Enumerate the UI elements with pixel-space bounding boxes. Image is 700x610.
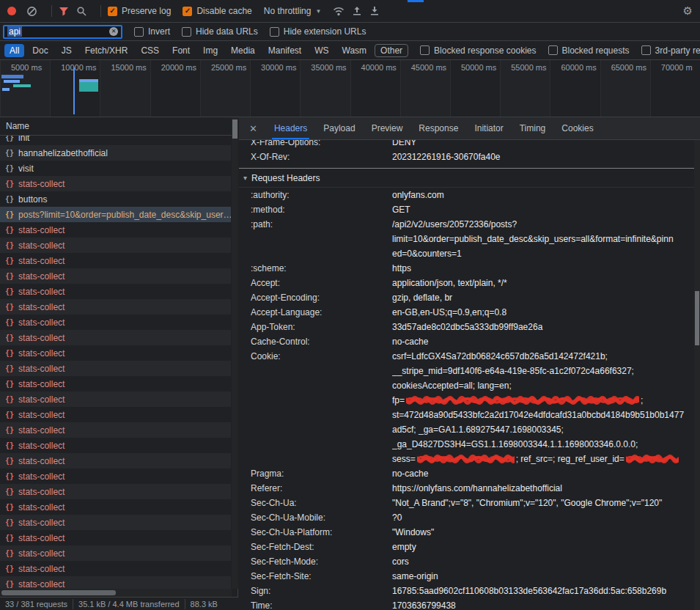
- checkbox-unchecked-icon: [420, 45, 430, 55]
- request-row[interactable]: {}posts?limit=10&order=publish_date_desc…: [0, 207, 231, 222]
- request-row[interactable]: {}stats-collect: [0, 561, 231, 576]
- name-column-header[interactable]: Name: [0, 117, 237, 136]
- tab-initiator[interactable]: Initiator: [466, 117, 511, 139]
- header-value: DENY: [392, 140, 694, 150]
- json-braces-icon: {}: [5, 272, 14, 280]
- json-braces-icon: {}: [5, 364, 14, 372]
- checkbox-blocked-response-cookies[interactable]: Blocked response cookies: [420, 45, 536, 56]
- filter-chip-font[interactable]: Font: [167, 44, 195, 57]
- filter-chip-wasm[interactable]: Wasm: [337, 44, 372, 57]
- request-row[interactable]: {}stats-collect: [0, 407, 231, 422]
- request-row[interactable]: {}stats-collect: [0, 361, 231, 376]
- request-list-vertical-scrollbar[interactable]: [232, 117, 238, 589]
- tab-timing[interactable]: Timing: [512, 117, 554, 139]
- request-row[interactable]: {}stats-collect: [0, 222, 231, 238]
- preserve-log-checkbox[interactable]: ✓ Preserve log: [108, 6, 171, 16]
- record-button[interactable]: [7, 7, 16, 15]
- request-details-tab-bar: ✕ HeadersPayloadPreviewResponseInitiator…: [239, 117, 700, 140]
- filter-chip-doc[interactable]: Doc: [27, 44, 53, 57]
- request-name: stats-collect: [18, 287, 65, 297]
- request-row[interactable]: {}stats-collect: [0, 176, 231, 191]
- close-details-icon[interactable]: ✕: [249, 123, 257, 134]
- request-row[interactable]: {}stats-collect: [0, 253, 231, 268]
- request-headers-section-header[interactable]: ▾ Request Headers: [239, 169, 694, 188]
- network-conditions-icon[interactable]: [333, 6, 345, 16]
- export-har-icon[interactable]: [352, 6, 362, 16]
- timeline-tick-label: 35000 ms: [311, 63, 346, 72]
- checkbox-3rd-party-requests[interactable]: 3rd-party requests: [641, 45, 700, 56]
- request-row[interactable]: {}stats-collect: [0, 530, 231, 545]
- header-row: Sec-Fetch-Mode:cors: [251, 554, 694, 569]
- tab-payload[interactable]: Payload: [315, 117, 363, 139]
- request-list-horizontal-scrollbar[interactable]: [0, 589, 232, 597]
- request-list-rows: {}init{}hannahelizabethofficial{}visit{}…: [0, 136, 231, 589]
- name-column-label: Name: [6, 121, 29, 131]
- filter-funnel-icon[interactable]: [59, 7, 69, 16]
- request-row[interactable]: {}stats-collect: [0, 422, 231, 438]
- filter-chip-all[interactable]: All: [4, 44, 24, 57]
- filter-chip-css[interactable]: CSS: [136, 44, 164, 57]
- request-row[interactable]: {}stats-collect: [0, 576, 231, 589]
- json-braces-icon: {}: [5, 334, 14, 342]
- request-row[interactable]: {}stats-collect: [0, 345, 231, 361]
- filter-chip-ws[interactable]: WS: [309, 44, 334, 57]
- search-icon[interactable]: [76, 6, 86, 16]
- filter-input[interactable]: api ✕: [3, 25, 122, 39]
- invert-checkbox[interactable]: Invert: [134, 26, 170, 37]
- scrollbar-thumb[interactable]: [695, 291, 699, 345]
- filter-chip-media[interactable]: Media: [226, 44, 260, 57]
- filter-chip-img[interactable]: Img: [198, 44, 223, 57]
- tab-preview[interactable]: Preview: [364, 117, 411, 139]
- request-row[interactable]: {}stats-collect: [0, 238, 231, 253]
- request-row[interactable]: {}stats-collect: [0, 484, 231, 499]
- request-row[interactable]: {}stats-collect: [0, 392, 231, 407]
- request-row[interactable]: {}stats-collect: [0, 438, 231, 453]
- clear-filter-icon[interactable]: ✕: [109, 27, 118, 36]
- hide-extension-urls-checkbox[interactable]: Hide extension URLs: [270, 26, 366, 37]
- scrollbar-thumb[interactable]: [232, 120, 237, 139]
- header-row: Accept-Language:en-GB,en-US;q=0.9,en;q=0…: [251, 305, 694, 320]
- request-name: stats-collect: [18, 533, 65, 543]
- request-row[interactable]: {}stats-collect: [0, 284, 231, 299]
- request-row[interactable]: {}buttons: [0, 191, 231, 207]
- disable-cache-checkbox[interactable]: ✓ Disable cache: [183, 6, 251, 16]
- details-vertical-scrollbar[interactable]: [694, 140, 700, 610]
- filter-chip-js[interactable]: JS: [56, 44, 77, 57]
- scrollbar-thumb[interactable]: [1, 590, 116, 595]
- json-braces-icon: {}: [5, 441, 14, 449]
- json-braces-icon: {}: [5, 503, 14, 511]
- request-row[interactable]: {}stats-collect: [0, 545, 231, 561]
- disclosure-triangle-icon: ▾: [243, 174, 247, 182]
- request-row[interactable]: {}init: [0, 136, 231, 145]
- throttling-dropdown[interactable]: No throttling ▼: [264, 6, 322, 16]
- request-type-filter-bar: AllDocJSFetch/XHRCSSFontImgMediaManifest…: [0, 41, 700, 60]
- request-row[interactable]: {}stats-collect: [0, 330, 231, 345]
- tab-response[interactable]: Response: [410, 117, 466, 139]
- tab-cookies[interactable]: Cookies: [553, 117, 601, 139]
- request-row[interactable]: {}hannahelizabethofficial: [0, 145, 231, 161]
- request-row[interactable]: {}stats-collect: [0, 268, 231, 284]
- request-row[interactable]: {}stats-collect: [0, 315, 231, 330]
- filter-chip-fetch-xhr[interactable]: Fetch/XHR: [80, 44, 133, 57]
- request-row[interactable]: {}visit: [0, 161, 231, 176]
- tab-headers[interactable]: Headers: [266, 117, 315, 139]
- request-row[interactable]: {}stats-collect: [0, 299, 231, 315]
- clear-network-log-icon[interactable]: [26, 6, 37, 17]
- redaction-scribble: [626, 453, 679, 465]
- header-name: Sec-Ch-Ua-Mobile:: [251, 510, 392, 525]
- settings-gear-icon[interactable]: ⚙: [683, 4, 693, 18]
- request-row[interactable]: {}stats-collect: [0, 468, 231, 484]
- request-row[interactable]: {}stats-collect: [0, 453, 231, 468]
- request-row[interactable]: {}stats-collect: [0, 499, 231, 515]
- header-value: ?0: [392, 510, 694, 525]
- json-braces-icon: {}: [5, 226, 14, 234]
- checkbox-blocked-requests[interactable]: Blocked requests: [548, 45, 630, 56]
- request-name: stats-collect: [18, 302, 65, 312]
- network-overview-timeline[interactable]: 5000 ms10000 ms15000 ms20000 ms25000 ms3…: [0, 60, 700, 117]
- filter-chip-manifest[interactable]: Manifest: [263, 44, 306, 57]
- import-har-icon[interactable]: [369, 6, 380, 16]
- filter-chip-other[interactable]: Other: [375, 44, 408, 57]
- hide-data-urls-checkbox[interactable]: Hide data URLs: [182, 26, 258, 37]
- request-row[interactable]: {}stats-collect: [0, 376, 231, 392]
- request-row[interactable]: {}stats-collect: [0, 515, 231, 530]
